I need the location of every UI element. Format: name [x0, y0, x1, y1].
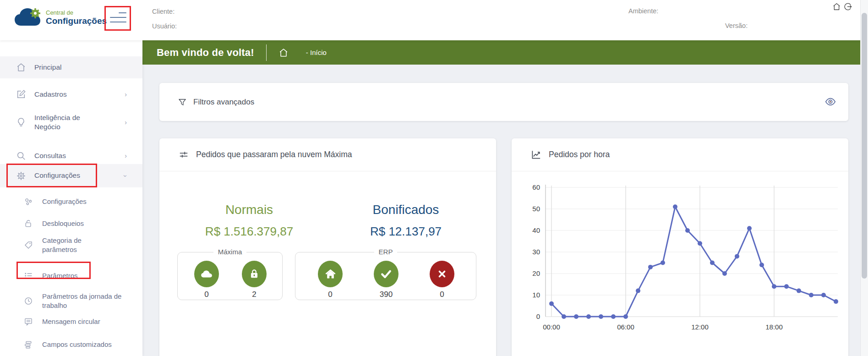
- sidebar-item-label: Principal: [34, 63, 108, 72]
- layers-icon: [24, 340, 33, 349]
- sidebar-item-label: Parâmetros: [42, 271, 127, 280]
- filter-icon: [178, 98, 187, 107]
- sidebar-item-cadastros[interactable]: Cadastros ›: [0, 83, 142, 105]
- advanced-filters-panel[interactable]: Filtros avançados: [159, 83, 848, 121]
- cloud-stat: 0: [188, 261, 225, 299]
- search-icon: [16, 151, 26, 161]
- orders-per-hour-chart: 010203040506000:0006:0012:0018:00: [520, 180, 841, 335]
- client-label: Cliente:: [152, 8, 175, 15]
- chart-card-title: Pedidos por hora: [549, 150, 610, 159]
- sidebar-item-label: Configurações: [34, 171, 108, 180]
- sidebar-subitem-parametros[interactable]: Parâmetros: [0, 265, 142, 287]
- nodes-icon: [24, 197, 33, 206]
- svg-text:50: 50: [532, 205, 540, 213]
- sidebar-subitem-campos-customizados[interactable]: Campos customizados: [0, 334, 142, 356]
- menu-toggle-button[interactable]: [110, 11, 126, 25]
- check-count: 390: [368, 290, 404, 299]
- page-title: Bem vindo de volta!: [157, 47, 254, 59]
- logo-title: Configurações: [46, 16, 107, 26]
- normal-orders-value: R$ 1.516.379,87: [176, 225, 322, 239]
- maxima-stats-group: Máxima 0 2: [177, 252, 283, 300]
- x-stat: 0: [424, 261, 460, 299]
- lock-icon: [248, 268, 260, 280]
- svg-text:00:00: 00:00: [543, 323, 560, 331]
- svg-text:0: 0: [536, 312, 540, 320]
- orders-summary-card: Pedidos que passaram pela nuvem Máxima N…: [159, 138, 496, 356]
- sidebar: Principal Cadastros › Inteligência de Ne…: [0, 40, 142, 356]
- sidebar-item-label: Desbloqueios: [42, 219, 127, 228]
- clock-icon: [24, 296, 33, 306]
- user-label: Usuário:: [152, 22, 177, 30]
- chevron-right-icon: ›: [125, 119, 127, 126]
- bonus-orders-label: Bonificados: [333, 203, 479, 217]
- sidebar-item-label: Mensagem circular: [42, 317, 127, 326]
- sidebar-subitem-categoria-parametros[interactable]: Categoria de parâmetros: [0, 229, 142, 262]
- cloud-logo-icon: [14, 7, 42, 28]
- sidebar-item-consultas[interactable]: Consultas ›: [0, 145, 142, 167]
- sidebar-subitem-configuracoes[interactable]: Configurações: [0, 191, 142, 213]
- breadcrumb: - Início: [306, 49, 327, 56]
- filters-title: Filtros avançados: [193, 98, 254, 107]
- bonus-orders-value: R$ 12.137,97: [333, 225, 479, 239]
- sidebar-item-label: Campos customizados: [42, 340, 127, 349]
- svg-text:40: 40: [532, 226, 540, 234]
- tune-icon: [179, 150, 189, 160]
- unlock-icon: [24, 219, 33, 228]
- welcome-banner: Bem vindo de volta! - Início: [142, 40, 860, 65]
- home-icon: [16, 62, 26, 72]
- orders-card-title: Pedidos que passaram pela nuvem Máxima: [196, 150, 352, 159]
- scrollbar-thumb[interactable]: [862, 13, 867, 279]
- svg-text:18:00: 18:00: [765, 323, 783, 331]
- main-content: Bem vindo de volta! - Início Filtros ava…: [142, 40, 860, 356]
- banner-divider: [266, 44, 267, 61]
- svg-text:20: 20: [532, 269, 540, 277]
- erp-stats-group: ERP 0 390 0: [295, 252, 476, 300]
- logout-icon[interactable]: [844, 2, 852, 11]
- cloud-icon: [200, 267, 213, 281]
- chevron-right-icon: ›: [125, 152, 127, 159]
- page-scrollbar[interactable]: [860, 0, 868, 356]
- tag-icon: [24, 241, 33, 250]
- lock-count: 2: [236, 290, 273, 299]
- x-count: 0: [424, 290, 460, 299]
- chevron-right-icon: ›: [125, 91, 127, 98]
- svg-text:30: 30: [532, 248, 540, 256]
- eye-icon[interactable]: [824, 96, 836, 108]
- app-logo: Central de Configurações: [14, 7, 107, 28]
- home-icon[interactable]: [832, 2, 841, 11]
- sidebar-item-label: Configurações: [42, 197, 127, 206]
- sidebar-item-label: Cadastros: [34, 90, 108, 99]
- chevron-down-icon: ›: [122, 175, 130, 177]
- sidebar-item-inteligencia[interactable]: Inteligência de Negócio ›: [0, 106, 142, 139]
- bulb-icon: [16, 117, 26, 127]
- svg-text:12:00: 12:00: [691, 323, 709, 331]
- svg-text:10: 10: [532, 291, 540, 299]
- hamburger-icon: [119, 12, 126, 13]
- gear-icon: [16, 171, 26, 181]
- sidebar-item-label: Inteligência de Negócio: [34, 113, 98, 132]
- list-icon: [24, 271, 33, 280]
- maxima-legend: Máxima: [213, 248, 247, 256]
- home-icon[interactable]: [278, 48, 289, 58]
- sidebar-item-label: Categoria de parâmetros: [42, 236, 102, 254]
- app-header: Central de Configurações Cliente: Usuári…: [0, 0, 868, 40]
- line-chart-icon: [531, 149, 541, 160]
- x-icon: [437, 268, 448, 279]
- svg-text:60: 60: [532, 183, 540, 191]
- sidebar-item-label: Parâmetros da jornada de trabalho: [42, 292, 124, 310]
- logo-subtitle: Central de: [46, 10, 107, 16]
- sidebar-subitem-mensagem-circular[interactable]: Mensagem circular: [0, 311, 142, 333]
- message-icon: [24, 317, 33, 326]
- version-label: Versão:: [725, 22, 748, 29]
- orders-per-hour-card: Pedidos por hora 010203040506000:0006:00…: [512, 138, 848, 356]
- svg-text:06:00: 06:00: [617, 323, 634, 331]
- sidebar-item-principal[interactable]: Principal: [0, 56, 142, 78]
- erp-legend: ERP: [374, 248, 398, 256]
- home-stat: 0: [312, 261, 349, 299]
- home-count: 0: [312, 290, 349, 299]
- normal-orders-label: Normais: [176, 203, 322, 217]
- sidebar-item-configuracoes[interactable]: Configurações ›: [0, 164, 142, 187]
- environment-label: Ambiente:: [628, 7, 658, 15]
- edit-icon: [16, 89, 26, 99]
- home-icon: [324, 268, 337, 280]
